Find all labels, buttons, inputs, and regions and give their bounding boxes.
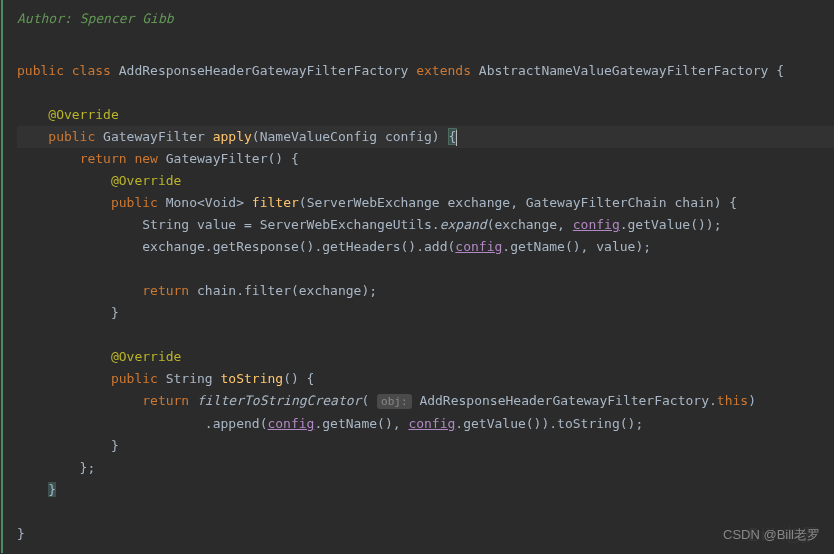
arg-config: config xyxy=(408,416,455,431)
class-name: AddResponseHeaderGatewayFilterFactory xyxy=(119,63,409,78)
override-annotation: @Override xyxy=(111,173,181,188)
annotation-line: @Override xyxy=(17,104,834,126)
method-apply: apply xyxy=(213,129,252,144)
code-line xyxy=(17,324,834,346)
close-brace-semi: }; xyxy=(17,457,834,479)
method-getresponse: getResponse xyxy=(213,239,299,254)
return-chain-line: return chain.filter(exchange); xyxy=(17,280,834,302)
method-apply-declaration: public GatewayFilter apply(NameValueConf… xyxy=(17,126,834,148)
annotation-line: @Override xyxy=(17,346,834,368)
method-ftsc: filterToStringCreator xyxy=(197,393,361,408)
arg-value: value xyxy=(596,239,635,254)
keyword-public: public xyxy=(17,63,64,78)
var-exchange: exchange xyxy=(142,239,205,254)
close-brace: } xyxy=(17,523,834,545)
param-config: config xyxy=(385,129,432,144)
keyword-public: public xyxy=(48,129,95,144)
close-brace: } xyxy=(17,435,834,457)
append-line: .append(config.getName(), config.getValu… xyxy=(17,413,834,435)
return-type: Mono<Void> xyxy=(166,195,244,210)
method-getvalue: getValue xyxy=(463,416,526,431)
method-tostring: toString xyxy=(221,371,284,386)
string-value-line: String value = ServerWebExchangeUtils.ex… xyxy=(17,214,834,236)
arg-config: config xyxy=(267,416,314,431)
text-cursor xyxy=(456,130,457,146)
method-getname: getName xyxy=(322,416,377,431)
code-line xyxy=(17,501,834,523)
return-type: String xyxy=(166,371,213,386)
return-new-line: return new GatewayFilter() { xyxy=(17,148,834,170)
param-hint-badge: obj: xyxy=(377,394,412,409)
param-exchange: exchange xyxy=(448,195,511,210)
arg-config: config xyxy=(455,239,502,254)
csdn-watermark: CSDN @Bill老罗 xyxy=(723,524,820,546)
param-type: GatewayFilterChain xyxy=(526,195,667,210)
code-line xyxy=(17,258,834,280)
param-chain: chain xyxy=(675,195,714,210)
method-filter: filter xyxy=(244,283,291,298)
type-gatewayfilter: GatewayFilter xyxy=(166,151,268,166)
arg-exchange: exchange xyxy=(494,217,557,232)
method-tostring-declaration: public String toString() { xyxy=(17,368,834,390)
keyword-public: public xyxy=(111,371,158,386)
enclosing-class: AddResponseHeaderGatewayFilterFactory xyxy=(419,393,709,408)
var-chain: chain xyxy=(197,283,236,298)
utils-class: ServerWebExchangeUtils xyxy=(260,217,432,232)
annotation-line: @Override xyxy=(17,170,834,192)
method-add: add xyxy=(424,239,447,254)
keyword-class: class xyxy=(72,63,111,78)
author-label: Author: xyxy=(17,11,80,26)
var-value: value xyxy=(197,217,236,232)
arg-config: config xyxy=(573,217,620,232)
method-filter-declaration: public Mono<Void> filter(ServerWebExchan… xyxy=(17,192,834,214)
keyword-return: return xyxy=(142,393,189,408)
author-comment: Author: Spencer Gibb xyxy=(17,8,834,38)
method-tostring: toString xyxy=(557,416,620,431)
close-brace: } xyxy=(17,302,834,324)
code-line xyxy=(17,82,834,104)
type-string: String xyxy=(142,217,189,232)
close-brace: } xyxy=(17,479,834,501)
method-getname: getName xyxy=(510,239,565,254)
method-filter: filter xyxy=(252,195,299,210)
method-expand: expand xyxy=(440,217,487,232)
class-declaration: public class AddResponseHeaderGatewayFil… xyxy=(17,60,834,82)
superclass: AbstractNameValueGatewayFilterFactory xyxy=(479,63,769,78)
add-header-line: exchange.getResponse().getHeaders().add(… xyxy=(17,236,834,258)
method-append: append xyxy=(213,416,260,431)
code-line xyxy=(17,38,834,60)
return-ftsc-line: return filterToStringCreator( obj: AddRe… xyxy=(17,390,834,413)
code-editor[interactable]: Author: Spencer Gibb public class AddRes… xyxy=(1,0,834,553)
arg-exchange: exchange xyxy=(299,283,362,298)
param-type: ServerWebExchange xyxy=(307,195,440,210)
author-name: Spencer Gibb xyxy=(80,11,174,26)
keyword-return: return xyxy=(80,151,127,166)
override-annotation: @Override xyxy=(48,107,118,122)
method-getvalue: getValue xyxy=(628,217,691,232)
keyword-new: new xyxy=(134,151,157,166)
method-getheaders: getHeaders xyxy=(322,239,400,254)
keyword-return: return xyxy=(142,283,189,298)
keyword-public: public xyxy=(111,195,158,210)
keyword-this: this xyxy=(717,393,748,408)
keyword-extends: extends xyxy=(416,63,471,78)
param-type: NameValueConfig xyxy=(260,129,377,144)
override-annotation: @Override xyxy=(111,349,181,364)
return-type: GatewayFilter xyxy=(103,129,205,144)
